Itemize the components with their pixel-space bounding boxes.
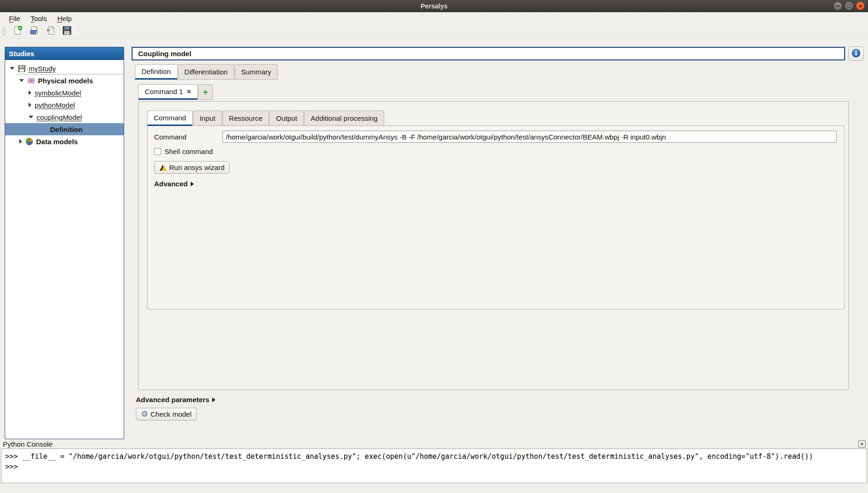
tab-label: Output: [276, 114, 297, 122]
expand-arrow-icon: [212, 397, 215, 402]
python-console-header: Python Console ×: [0, 439, 868, 449]
tree-item-data-models[interactable]: Data models: [5, 135, 124, 147]
import-script-button[interactable]: [45, 26, 56, 37]
documentation-button[interactable]: [848, 46, 864, 61]
tab-label: Command 1: [145, 88, 183, 96]
collapse-arrow-icon[interactable]: [19, 79, 24, 82]
model-title: Coupling model: [138, 50, 191, 58]
shell-command-row: Shell command: [154, 147, 838, 155]
run-ansys-wizard-button[interactable]: Run ansys wizard: [154, 161, 230, 174]
save-icon: [62, 26, 72, 37]
tree-item-label: Definition: [50, 125, 82, 133]
main-panel: Coupling model Definition Differentiatio…: [132, 46, 864, 440]
console-line: >>> __file__ = "/home/garcia/work/otgui/…: [5, 452, 813, 461]
console-prompt: >>>: [5, 463, 18, 471]
model-title-box: Coupling model: [132, 47, 845, 60]
gear-icon: ⚙: [141, 410, 148, 418]
info-icon: [852, 49, 861, 59]
menu-help[interactable]: Help: [52, 14, 77, 23]
tree-item-label: pythonModel: [35, 101, 75, 109]
new-study-button[interactable]: [12, 26, 23, 37]
advanced-parameters-label: Advanced parameters: [136, 396, 209, 404]
tab-label: Definition: [141, 67, 171, 75]
close-icon: ×: [861, 441, 863, 447]
tree-item-couplingmodel[interactable]: couplingModel: [5, 111, 124, 123]
open-document-icon: [30, 26, 39, 37]
tab-definition[interactable]: Definition: [135, 64, 178, 80]
tree-item-pythonmodel[interactable]: pythonModel: [5, 99, 124, 111]
tree-connector: [43, 125, 47, 131]
tab-input[interactable]: Input: [193, 110, 222, 126]
toolbar: [0, 24, 868, 38]
minimize-icon: [836, 6, 840, 7]
studies-panel-title: Studies: [9, 50, 34, 58]
button-label: Check model: [150, 410, 192, 418]
tree-item-definition[interactable]: Definition: [5, 123, 124, 135]
tree-item-symbolicmodel[interactable]: symbolicModel: [5, 87, 124, 99]
toolbar-drag-handle[interactable]: [2, 27, 5, 36]
tab-label: Command: [154, 114, 186, 122]
expand-arrow-icon[interactable]: [19, 139, 22, 144]
command-tab-pane: Command Input Ressource Output Additiona…: [138, 101, 849, 390]
collapse-arrow-icon[interactable]: [29, 116, 33, 118]
tree-item-label: couplingModel: [37, 113, 82, 121]
minimize-button[interactable]: [833, 1, 842, 10]
expand-arrow-icon[interactable]: [29, 90, 31, 95]
button-label: Run ansys wizard: [169, 163, 224, 171]
save-icon: [18, 65, 26, 73]
tree-item-mystudy[interactable]: myStudy: [5, 62, 124, 74]
open-study-button[interactable]: [29, 26, 40, 37]
tab-output[interactable]: Output: [269, 110, 304, 126]
shell-command-checkbox[interactable]: [154, 148, 161, 155]
window-title: Persalys: [421, 2, 448, 10]
command-tabs: Command 1 × +: [138, 84, 213, 100]
studies-panel: Studies myStudy Physical models symbolic…: [5, 47, 124, 439]
advanced-label: Advanced: [154, 180, 188, 188]
expand-arrow-icon[interactable]: [29, 103, 31, 107]
tab-summary[interactable]: Summary: [235, 64, 278, 80]
ansys-row: Run ansys wizard: [154, 161, 838, 174]
close-tab-icon[interactable]: ×: [187, 88, 191, 96]
tree-item-label: Data models: [36, 138, 78, 146]
expand-arrow-icon: [191, 182, 194, 186]
tab-command-1[interactable]: Command 1 ×: [138, 84, 198, 100]
python-console-title: Python Console: [3, 440, 52, 448]
tab-label: Additional processing: [311, 114, 378, 122]
maximize-button[interactable]: [845, 1, 853, 10]
command-form-pane: Command Shell command Run ansys wizard A…: [147, 125, 845, 309]
window-titlebar: Persalys ×: [0, 0, 868, 12]
tree-item-label: Physical models: [38, 77, 93, 85]
check-model-button[interactable]: ⚙ Check model: [136, 408, 197, 420]
menu-file[interactable]: File: [4, 14, 25, 23]
tree-item-label: symbolicModel: [35, 89, 81, 97]
tab-additional-processing[interactable]: Additional processing: [304, 110, 384, 126]
shell-command-label: Shell command: [164, 147, 213, 155]
close-icon: ×: [859, 3, 862, 9]
tab-command[interactable]: Command: [147, 110, 193, 126]
save-study-button[interactable]: [61, 26, 73, 37]
command-section-tabs: Command Input Ressource Output Additiona…: [147, 110, 385, 126]
tab-label: Input: [200, 114, 215, 122]
python-console[interactable]: >>> __file__ = "/home/garcia/work/otgui/…: [1, 449, 867, 483]
tab-ressource[interactable]: Ressource: [223, 110, 269, 126]
tab-label: Summary: [241, 68, 271, 76]
window-controls: ×: [833, 1, 865, 10]
tree-item-label: myStudy: [29, 65, 56, 73]
tree-item-physical-models[interactable]: Physical models: [5, 74, 124, 87]
studies-panel-header: Studies: [5, 47, 124, 60]
import-script-icon: [46, 26, 55, 37]
study-tree: myStudy Physical models symbolicModel py…: [5, 60, 124, 147]
collapse-arrow-icon[interactable]: [10, 67, 15, 70]
menu-tools[interactable]: Tools: [25, 14, 52, 23]
model-tabs: Definition Differentiation Summary: [135, 64, 278, 80]
advanced-parameters-toggle[interactable]: Advanced parameters: [136, 396, 215, 404]
tab-label: Differentiation: [185, 68, 228, 76]
pie-chart-icon: [25, 138, 33, 146]
close-button[interactable]: ×: [856, 1, 865, 10]
add-command-tab-button[interactable]: +: [198, 84, 213, 100]
tab-differentiation[interactable]: Differentiation: [178, 64, 234, 80]
plus-icon: +: [203, 87, 208, 97]
console-close-button[interactable]: ×: [858, 441, 866, 448]
advanced-toggle[interactable]: Advanced: [154, 180, 838, 188]
command-input[interactable]: [223, 131, 837, 143]
